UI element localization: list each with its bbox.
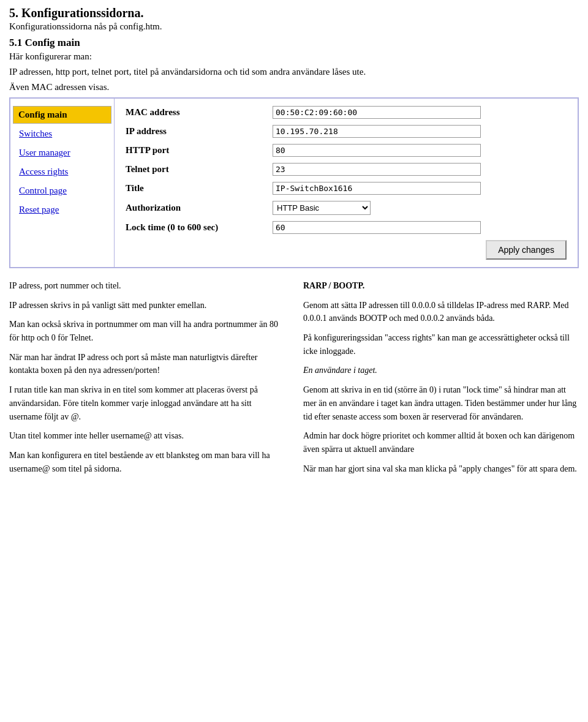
section-intro: Här konfigurerar man: [9,51,579,62]
label-authorization: Authorization [126,203,273,213]
lower-left-p3: Man kan också skriva in portnummer om ma… [9,318,285,344]
input-title[interactable] [273,182,481,195]
section-desc2: Även MAC adressen visas. [9,82,579,92]
lower-left-p5: I rutan title kan man skriva in en titel… [9,383,285,423]
form-row-http-port: HTTP port [126,144,567,157]
input-authorization[interactable]: HTTP BasicHTTP DigestNone [273,201,371,215]
page-main-heading: 5. Konfigurationssidorna. [9,6,579,20]
lower-left-p1: IP adress, port nummer och titel. [9,279,285,293]
config-panel: Config mainSwitchesUser managerAccess ri… [9,97,579,268]
section-desc: IP adressen, http port, telnet port, tit… [9,67,579,77]
lower-content: IP adress, port nummer och titel. IP adr… [9,279,579,481]
input-http-port[interactable] [273,144,481,157]
sidebar-item-user-manager[interactable]: User manager [13,144,111,162]
label-ip-address: IP address [126,126,273,137]
lower-right: RARP / BOOTP. Genom att sätta IP adresse… [303,279,579,481]
label-mac-address: MAC address [126,107,273,118]
input-ip-address[interactable] [273,125,481,138]
lower-left: IP adress, port nummer och titel. IP adr… [9,279,285,481]
lower-right-p7: När man har gjort sina val ska man klick… [303,462,579,476]
form-row-mac-address: MAC address [126,106,567,119]
sidebar-item-access-rights[interactable]: Access rights [13,163,111,181]
input-lock-time[interactable] [273,221,481,234]
form-row-title: Title [126,182,567,195]
apply-changes-button[interactable]: Apply changes [486,240,567,260]
lower-right-p3: På konfigureringssidan "access rights" k… [303,331,579,358]
form-row-authorization: AuthorizationHTTP BasicHTTP DigestNone [126,201,567,215]
form-row-telnet-port: Telnet port [126,163,567,176]
label-http-port: HTTP port [126,145,273,156]
lower-left-p4: När man har ändrat IP adress och port så… [9,351,285,377]
form-area: MAC addressIP addressHTTP portTelnet por… [115,99,578,267]
lower-right-p5: Genom att skriva in en tid (större än 0)… [303,383,579,423]
lower-right-p6: Admin har dock högre prioritet och komme… [303,429,579,456]
lower-left-p2: IP adressen skrivs in på vanligt sätt me… [9,299,285,312]
form-row-ip-address: IP address [126,125,567,138]
sidebar: Config mainSwitchesUser managerAccess ri… [10,99,115,267]
lower-left-p6: Utan titel kommer inte heller username@ … [9,429,285,443]
label-telnet-port: Telnet port [126,164,273,175]
lower-left-p7: Man kan konfigurera en titel bestående a… [9,449,285,475]
input-telnet-port[interactable] [273,163,481,176]
section-title: 5.1 Config main [9,37,579,49]
input-mac-address[interactable] [273,106,481,119]
page-sub-heading: Konfigurationssidorna nås på config.htm. [9,21,579,32]
lower-right-p2: Genom att sätta IP adressen till 0.0.0.0… [303,299,579,325]
lower-right-p1: RARP / BOOTP. [303,279,579,293]
label-lock-time: Lock time (0 to 600 sec) [126,222,273,233]
sidebar-item-control-page[interactable]: Control page [13,182,111,200]
apply-row: Apply changes [126,240,567,260]
lower-right-p4: En användare i taget. [303,364,579,377]
sidebar-item-switches[interactable]: Switches [13,125,111,143]
form-row-lock-time: Lock time (0 to 600 sec) [126,221,567,234]
sidebar-item-reset-page[interactable]: Reset page [13,201,111,219]
sidebar-item-config-main[interactable]: Config main [13,106,111,124]
label-title: Title [126,183,273,194]
